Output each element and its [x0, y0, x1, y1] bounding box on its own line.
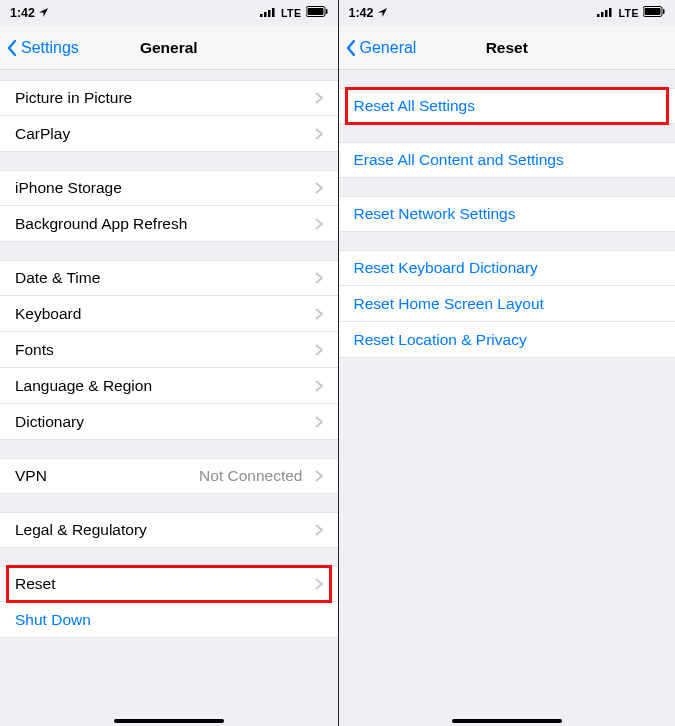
svg-rect-8 — [601, 12, 604, 17]
chevron-right-icon — [315, 524, 323, 536]
back-button[interactable]: Settings — [0, 39, 79, 57]
settings-group: Reset Network Settings — [339, 196, 676, 232]
status-time: 1:42 — [10, 6, 35, 20]
row-label: Erase All Content and Settings — [354, 151, 564, 169]
network-label: LTE — [618, 7, 639, 19]
svg-rect-6 — [326, 9, 328, 14]
chevron-right-icon — [315, 578, 323, 590]
row-carplay[interactable]: CarPlay — [0, 116, 338, 152]
row-reset-all-settings[interactable]: Reset All Settings — [339, 88, 676, 124]
row-vpn[interactable]: VPNNot Connected — [0, 458, 338, 494]
chevron-right-icon — [315, 128, 323, 140]
phone-reset: 1:42 LTE General Reset Reset All Setting… — [338, 0, 676, 726]
battery-icon — [643, 6, 665, 20]
home-indicator[interactable] — [114, 719, 224, 723]
row-label: Reset Keyboard Dictionary — [354, 259, 538, 277]
row-label: Reset — [15, 575, 56, 593]
row-label: CarPlay — [15, 125, 70, 143]
row-reset-home-screen-layout[interactable]: Reset Home Screen Layout — [339, 286, 676, 322]
chevron-right-icon — [315, 416, 323, 428]
row-label: Background App Refresh — [15, 215, 187, 233]
row-language-region[interactable]: Language & Region — [0, 368, 338, 404]
back-label: Settings — [21, 39, 79, 57]
svg-rect-3 — [272, 8, 275, 17]
settings-group: ResetShut Down — [0, 566, 338, 638]
nav-bar: General Reset — [339, 26, 676, 70]
settings-list: Reset All SettingsErase All Content and … — [339, 88, 676, 358]
row-shut-down[interactable]: Shut Down — [0, 602, 338, 638]
settings-group: Picture in PictureCarPlay — [0, 80, 338, 152]
chevron-right-icon — [315, 344, 323, 356]
row-erase-all-content-and-settings[interactable]: Erase All Content and Settings — [339, 142, 676, 178]
chevron-right-icon — [315, 470, 323, 482]
row-reset-location-privacy[interactable]: Reset Location & Privacy — [339, 322, 676, 358]
svg-rect-13 — [663, 9, 665, 14]
home-indicator[interactable] — [452, 719, 562, 723]
chevron-right-icon — [315, 182, 323, 194]
svg-rect-7 — [597, 14, 600, 17]
settings-group: Reset Keyboard DictionaryReset Home Scre… — [339, 250, 676, 358]
location-icon — [39, 6, 48, 20]
svg-rect-12 — [645, 8, 661, 15]
row-label: Reset Network Settings — [354, 205, 516, 223]
settings-group: Legal & Regulatory — [0, 512, 338, 548]
row-label: Shut Down — [15, 611, 91, 629]
row-detail: Not Connected — [199, 467, 302, 485]
row-label: Language & Region — [15, 377, 152, 395]
back-label: General — [360, 39, 417, 57]
chevron-right-icon — [315, 218, 323, 230]
battery-icon — [306, 6, 328, 20]
row-label: Reset Home Screen Layout — [354, 295, 544, 313]
row-reset-keyboard-dictionary[interactable]: Reset Keyboard Dictionary — [339, 250, 676, 286]
svg-rect-2 — [268, 10, 271, 17]
row-date-time[interactable]: Date & Time — [0, 260, 338, 296]
row-iphone-storage[interactable]: iPhone Storage — [0, 170, 338, 206]
back-button[interactable]: General — [339, 39, 417, 57]
signal-bars-icon — [260, 6, 277, 20]
svg-rect-0 — [260, 14, 263, 17]
network-label: LTE — [281, 7, 302, 19]
chevron-right-icon — [315, 380, 323, 392]
chevron-left-icon — [345, 39, 357, 57]
row-label: iPhone Storage — [15, 179, 122, 197]
settings-group: VPNNot Connected — [0, 458, 338, 494]
svg-rect-1 — [264, 12, 267, 17]
row-label: Picture in Picture — [15, 89, 132, 107]
status-bar: 1:42 LTE — [339, 0, 676, 26]
svg-rect-9 — [605, 10, 608, 17]
phone-general: 1:42 LTE Settings General Picture in Pic… — [0, 0, 338, 726]
settings-group: iPhone StorageBackground App Refresh — [0, 170, 338, 242]
row-keyboard[interactable]: Keyboard — [0, 296, 338, 332]
row-label: Fonts — [15, 341, 54, 359]
row-fonts[interactable]: Fonts — [0, 332, 338, 368]
row-label: Legal & Regulatory — [15, 521, 147, 539]
chevron-right-icon — [315, 272, 323, 284]
svg-rect-10 — [609, 8, 612, 17]
row-label: Date & Time — [15, 269, 100, 287]
row-dictionary[interactable]: Dictionary — [0, 404, 338, 440]
row-label: Keyboard — [15, 305, 81, 323]
row-picture-in-picture[interactable]: Picture in Picture — [0, 80, 338, 116]
row-label: VPN — [15, 467, 47, 485]
status-bar: 1:42 LTE — [0, 0, 338, 26]
settings-group: Erase All Content and Settings — [339, 142, 676, 178]
chevron-right-icon — [315, 92, 323, 104]
row-reset-network-settings[interactable]: Reset Network Settings — [339, 196, 676, 232]
row-background-app-refresh[interactable]: Background App Refresh — [0, 206, 338, 242]
row-label: Reset Location & Privacy — [354, 331, 527, 349]
row-reset[interactable]: Reset — [0, 566, 338, 602]
signal-bars-icon — [597, 6, 614, 20]
status-time: 1:42 — [349, 6, 374, 20]
row-legal-regulatory[interactable]: Legal & Regulatory — [0, 512, 338, 548]
settings-list: Picture in PictureCarPlayiPhone StorageB… — [0, 80, 338, 638]
row-label: Reset All Settings — [354, 97, 475, 115]
location-icon — [378, 6, 387, 20]
svg-rect-5 — [307, 8, 323, 15]
settings-group: Reset All Settings — [339, 88, 676, 124]
settings-group: Date & TimeKeyboardFontsLanguage & Regio… — [0, 260, 338, 440]
nav-bar: Settings General — [0, 26, 338, 70]
chevron-left-icon — [6, 39, 18, 57]
row-label: Dictionary — [15, 413, 84, 431]
chevron-right-icon — [315, 308, 323, 320]
